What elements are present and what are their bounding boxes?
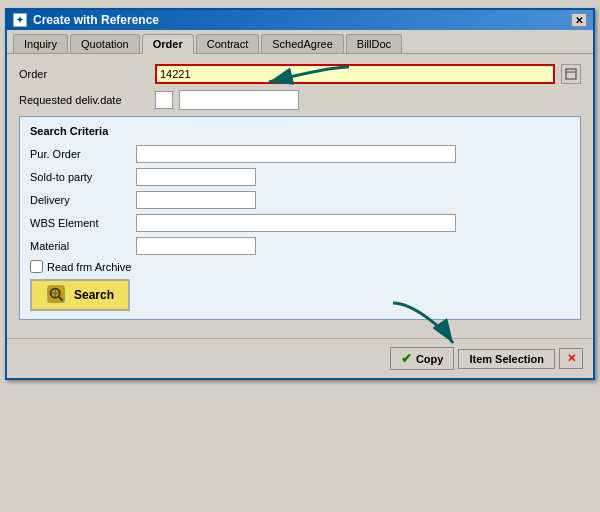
read-archive-checkbox[interactable]	[30, 260, 43, 273]
search-criteria-title: Search Criteria	[30, 125, 570, 137]
window-title: Create with Reference	[33, 13, 159, 27]
order-input[interactable]	[155, 64, 555, 84]
item-selection-button[interactable]: Item Selection	[458, 349, 555, 369]
tab-quotation[interactable]: Quotation	[70, 34, 140, 53]
order-field-wrapper: Order	[19, 64, 581, 84]
sold-to-party-input[interactable]	[136, 168, 256, 186]
copy-check-icon: ✔	[401, 351, 412, 366]
sold-to-party-label: Sold-to party	[30, 171, 130, 183]
search-button-label: Search	[74, 288, 114, 302]
window-icon: ✦	[13, 13, 27, 27]
tab-billdoc[interactable]: BillDoc	[346, 34, 402, 53]
content-area: Order	[7, 54, 593, 338]
tab-schedagree[interactable]: SchedAgree	[261, 34, 344, 53]
material-input[interactable]	[136, 237, 256, 255]
delivery-label: Delivery	[30, 194, 130, 206]
svg-rect-0	[566, 69, 576, 79]
material-row: Material	[30, 237, 570, 255]
sold-to-party-row: Sold-to party	[30, 168, 570, 186]
main-window: ✦ Create with Reference ✕ Inquiry Quotat…	[5, 8, 595, 380]
title-bar: ✦ Create with Reference ✕	[7, 10, 593, 30]
item-selection-label: Item Selection	[469, 353, 544, 365]
order-icon-button[interactable]	[561, 64, 581, 84]
requested-deliv-label: Requested deliv.date	[19, 94, 149, 106]
tab-order[interactable]: Order	[142, 34, 194, 54]
wbs-element-input[interactable]	[136, 214, 456, 232]
copy-button[interactable]: ✔ Copy	[390, 347, 455, 370]
read-archive-row: Read frm Archive	[30, 260, 570, 273]
pur-order-label: Pur. Order	[30, 148, 130, 160]
tab-bar: Inquiry Quotation Order Contract SchedAg…	[7, 30, 593, 54]
read-archive-label: Read frm Archive	[47, 261, 131, 273]
close-button[interactable]: ✕	[571, 13, 587, 27]
cancel-icon: ✕	[567, 352, 576, 365]
pur-order-row: Pur. Order	[30, 145, 570, 163]
material-label: Material	[30, 240, 130, 252]
title-bar-left: ✦ Create with Reference	[13, 13, 159, 27]
tab-inquiry[interactable]: Inquiry	[13, 34, 68, 53]
search-icon	[46, 284, 68, 306]
delivery-row: Delivery	[30, 191, 570, 209]
footer-wrapper: ✔ Copy Item Selection ✕	[7, 338, 593, 378]
copy-button-label: Copy	[416, 353, 444, 365]
tab-contract[interactable]: Contract	[196, 34, 260, 53]
pur-order-input[interactable]	[136, 145, 456, 163]
order-lookup-icon	[565, 68, 577, 80]
requested-deliv-row: Requested deliv.date	[19, 90, 581, 110]
wbs-element-row: WBS Element	[30, 214, 570, 232]
requested-deliv-checkbox-field[interactable]	[155, 91, 173, 109]
cancel-button[interactable]: ✕	[559, 348, 583, 369]
search-button[interactable]: Search	[30, 279, 130, 311]
requested-deliv-date-input[interactable]	[179, 90, 299, 110]
footer-bar: ✔ Copy Item Selection ✕	[7, 338, 593, 378]
order-label: Order	[19, 68, 149, 80]
delivery-input[interactable]	[136, 191, 256, 209]
wbs-element-label: WBS Element	[30, 217, 130, 229]
search-criteria-box: Search Criteria Pur. Order Sold-to party…	[19, 116, 581, 320]
order-row: Order	[19, 64, 581, 84]
